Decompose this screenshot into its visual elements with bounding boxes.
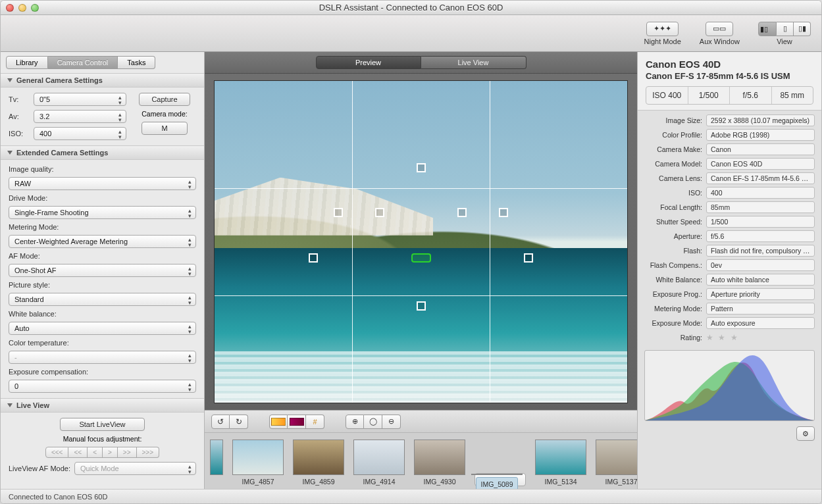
shooting-stats: ISO 400 1/500 f/5.6 85 mm bbox=[646, 86, 813, 105]
view-segmented[interactable]: ▮▯ ▯ ▯▮ bbox=[758, 22, 811, 36]
meta-value: Canon EF-S 17-85mm f4-5.6 IS USM bbox=[706, 172, 815, 184]
status-bar: Connected to Canon EOS 60D bbox=[1, 489, 821, 503]
af-point[interactable] bbox=[375, 208, 384, 217]
thumbnail[interactable]: IMG_5137 bbox=[596, 440, 637, 486]
view-left-icon[interactable]: ▮▯ bbox=[758, 22, 777, 36]
stars-icon: ✦✦✦ bbox=[654, 24, 671, 33]
meta-value: Flash did not fire, compulsory flas... bbox=[706, 245, 815, 257]
close-icon[interactable] bbox=[6, 4, 14, 12]
thumbnail[interactable]: IMG_4859 bbox=[293, 440, 344, 486]
thumbnail[interactable]: IMG_4857 bbox=[232, 440, 284, 486]
tv-select[interactable]: 0"5▴▾ bbox=[34, 93, 126, 106]
stat-iso: ISO 400 bbox=[646, 87, 688, 104]
thumbnail[interactable]: IMG_5089 bbox=[475, 473, 526, 486]
drive-mode-select[interactable]: Single-Frame Shooting▴▾ bbox=[9, 206, 196, 219]
meta-row: Shutter Speed:1/500 bbox=[644, 216, 815, 228]
filmstrip[interactable]: .IMG_4857IMG_4859IMG_4914IMG_4930IMG_508… bbox=[205, 432, 637, 489]
shadow-icon bbox=[290, 418, 304, 426]
settings-button[interactable]: ⚙ bbox=[796, 426, 815, 441]
highlight-warning-button[interactable] bbox=[269, 415, 288, 429]
view-label: View bbox=[777, 38, 792, 45]
titlebar: DSLR Assistant - Connected to Canon EOS … bbox=[1, 1, 821, 15]
aux-window-tool[interactable]: ▭▭ Aux Window bbox=[700, 22, 740, 45]
meta-label: ISO: bbox=[644, 189, 702, 197]
tab-liveview[interactable]: Live View bbox=[421, 56, 527, 69]
grid-icon: # bbox=[313, 418, 317, 426]
thumbnail[interactable]: IMG_4914 bbox=[353, 440, 405, 486]
tab-camera-control[interactable]: Camera Control bbox=[48, 56, 118, 69]
view-right-icon[interactable]: ▯▮ bbox=[794, 22, 811, 36]
section-general[interactable]: General Camera Settings bbox=[1, 73, 204, 88]
zoom-icon[interactable] bbox=[31, 4, 39, 12]
camera-mode-value[interactable]: M bbox=[141, 122, 188, 135]
focus-r-button: > bbox=[103, 447, 118, 458]
camera-mode-label: Camera mode: bbox=[141, 110, 187, 118]
center-tabs: Preview Live View bbox=[205, 52, 637, 74]
iso-select[interactable]: 400▴▾ bbox=[34, 127, 126, 140]
meta-label: Image Size: bbox=[644, 116, 702, 124]
meta-value: 1/500 bbox=[706, 216, 815, 228]
exp-comp-select[interactable]: 0▴▾ bbox=[9, 380, 196, 393]
shadow-warning-button[interactable] bbox=[288, 415, 306, 429]
zoom-in-button[interactable]: ⊕ bbox=[346, 415, 364, 429]
thumbnail-image bbox=[353, 440, 405, 475]
af-mode-select[interactable]: One-Shot AF▴▾ bbox=[9, 264, 196, 277]
stat-aperture: f/5.6 bbox=[729, 87, 771, 104]
zoom-out-button[interactable]: ⊖ bbox=[382, 415, 401, 429]
night-mode-tool[interactable]: ✦✦✦ Night Mode bbox=[644, 22, 681, 45]
capture-button[interactable]: Capture bbox=[139, 93, 190, 106]
preview-image[interactable] bbox=[214, 80, 628, 403]
left-scroll[interactable]: General Camera Settings Tv: 0"5▴▾ Av: 3.… bbox=[1, 73, 204, 489]
meta-value: f/5.6 bbox=[706, 230, 815, 242]
right-panel: Canon EOS 40D Canon EF-S 17-85mm f4-5.6 … bbox=[637, 52, 821, 489]
thumbnail-image bbox=[293, 440, 344, 475]
color-temp-select: -▴▾ bbox=[9, 351, 196, 364]
thumbnail[interactable]: IMG_5134 bbox=[535, 440, 586, 486]
histogram bbox=[644, 350, 815, 421]
meta-value: 400 bbox=[706, 187, 815, 199]
av-select[interactable]: 3.2▴▾ bbox=[34, 110, 126, 123]
white-balance-select[interactable]: Auto▴▾ bbox=[9, 322, 196, 335]
stat-focal: 85 mm bbox=[771, 87, 813, 104]
zoom-fit-button[interactable]: ◯ bbox=[364, 415, 382, 429]
minimize-icon[interactable] bbox=[18, 4, 26, 12]
metering-mode-select[interactable]: Center-Weighted Average Metering▴▾ bbox=[9, 235, 196, 248]
preview-toolbar: ↺ ↻ # ⊕ ◯ ⊖ bbox=[205, 410, 637, 432]
image-quality-select[interactable]: RAW▴▾ bbox=[9, 177, 196, 190]
meta-row: Camera Make:Canon bbox=[644, 143, 815, 155]
thumbnail[interactable]: IMG_4930 bbox=[414, 440, 465, 486]
tab-preview[interactable]: Preview bbox=[316, 56, 421, 69]
meta-row: White Balance:Auto white balance bbox=[644, 274, 815, 286]
rotate-cw-button[interactable]: ↻ bbox=[230, 415, 248, 429]
picture-style-select[interactable]: Standard▴▾ bbox=[9, 293, 196, 306]
picture-style-label: Picture style: bbox=[9, 281, 196, 289]
af-point[interactable] bbox=[417, 163, 426, 172]
view-center-icon[interactable]: ▯ bbox=[777, 22, 794, 36]
grid-toggle-button[interactable]: # bbox=[306, 415, 324, 429]
af-point[interactable] bbox=[524, 253, 533, 263]
thumbnail-caption: IMG_4859 bbox=[298, 477, 338, 486]
af-point[interactable] bbox=[417, 301, 426, 311]
thumbnail-image bbox=[535, 440, 586, 475]
af-point[interactable] bbox=[457, 208, 467, 217]
focus-rrr-button: >>> bbox=[137, 447, 160, 458]
meta-value: Auto white balance bbox=[706, 274, 815, 286]
tab-tasks[interactable]: Tasks bbox=[118, 56, 155, 69]
window-title: DSLR Assistant - Connected to Canon EOS … bbox=[1, 3, 821, 13]
meta-row: Camera Model:Canon EOS 40D bbox=[644, 158, 815, 170]
af-point[interactable] bbox=[499, 208, 508, 217]
section-extended[interactable]: Extended Camera Settings bbox=[1, 145, 204, 160]
meta-value: Aperture priority bbox=[706, 288, 815, 300]
drive-mode-label: Drive Mode: bbox=[9, 194, 196, 202]
af-point[interactable] bbox=[334, 208, 343, 217]
af-point[interactable] bbox=[309, 253, 318, 263]
af-point[interactable] bbox=[411, 253, 431, 263]
start-liveview-button[interactable]: Start LiveView bbox=[60, 418, 144, 431]
section-liveview[interactable]: Live View bbox=[1, 398, 204, 413]
rotate-ccw-button[interactable]: ↺ bbox=[211, 415, 230, 429]
meta-value: 85mm bbox=[706, 201, 815, 213]
rating-label: Rating: bbox=[644, 334, 702, 341]
rating-stars[interactable]: ★ ★ ★ bbox=[706, 333, 739, 342]
thumbnail-caption: IMG_5137 bbox=[601, 477, 637, 486]
tab-library[interactable]: Library bbox=[6, 56, 48, 69]
